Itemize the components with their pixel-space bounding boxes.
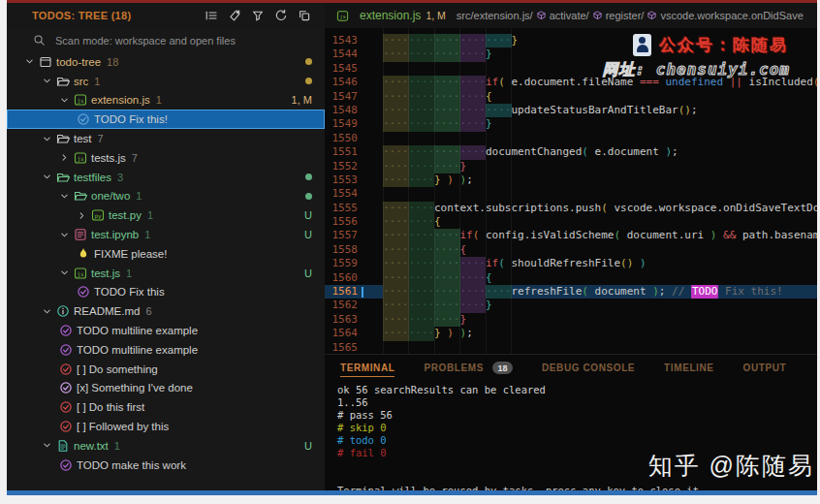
tree-item-test-py[interactable]: pytest.py1U xyxy=(7,205,325,225)
code-line[interactable]: 1552············} xyxy=(325,160,817,173)
chevron-down-icon[interactable] xyxy=(42,306,56,317)
code-line[interactable]: 1563············} xyxy=(325,313,817,327)
chevron-down-icon[interactable] xyxy=(42,76,56,86)
tree-item-followed-by-this[interactable]: [ ] Followed by this xyxy=(7,417,325,436)
filter-icon[interactable] xyxy=(251,9,265,22)
tree-item-todo-fix-this[interactable]: TODO Fix this! xyxy=(7,110,325,129)
tree-item-do-this-first[interactable]: [ ] Do this first xyxy=(7,397,325,417)
chevron-down-icon[interactable] xyxy=(59,230,74,240)
panel-tab-terminal[interactable]: TERMINAL xyxy=(340,362,394,377)
code-line[interactable]: 1547················{ xyxy=(325,90,817,104)
panel-tab-output[interactable]: OUTPUT xyxy=(743,362,787,373)
breadcrumb-segment[interactable]: src/extension.js/ xyxy=(457,10,533,21)
tree-item-fixme-please[interactable]: FIXME please! xyxy=(7,244,325,264)
line-number[interactable]: 1565 xyxy=(325,341,358,354)
chevron-down-icon[interactable] xyxy=(59,191,74,202)
chevron-right-icon[interactable] xyxy=(59,152,74,163)
chevron-down-icon[interactable] xyxy=(42,134,56,144)
refresh-icon[interactable] xyxy=(274,9,288,22)
line-number[interactable]: 1546 xyxy=(325,76,358,89)
tree-item-todo-make-this-work[interactable]: TODO make this work xyxy=(7,456,325,475)
tree-item-tests-js[interactable]: jstests.js7 xyxy=(7,148,325,168)
tree-item-todo-multiline-example[interactable]: TODO multiline example xyxy=(7,340,325,360)
code-line[interactable]: 1548····················updateStatusBarA… xyxy=(325,104,817,117)
line-number[interactable]: 1547 xyxy=(325,90,358,104)
code-line[interactable]: 1561····················refreshFile( doc… xyxy=(325,285,817,299)
line-number[interactable]: 1545 xyxy=(325,62,358,76)
indent-block: ···· xyxy=(409,104,435,117)
panel-tab-timeline[interactable]: TIMELINE xyxy=(664,362,713,373)
code-area[interactable]: 1543····················}1544···········… xyxy=(325,28,817,354)
tree-item-todo-fix-this[interactable]: TODO Fix this xyxy=(7,283,325,302)
chevron-down-icon[interactable] xyxy=(42,172,56,182)
line-number[interactable]: 1562 xyxy=(325,299,358,312)
tree-item-todo-multiline-example[interactable]: TODO multiline example xyxy=(7,321,325,340)
line-number[interactable]: 1564 xyxy=(325,327,358,340)
line-number[interactable]: 1550 xyxy=(325,132,358,145)
chevron-down-icon[interactable] xyxy=(59,268,74,278)
header-row: TODOS: TREE (18) js extension.js 1, M sr… xyxy=(7,3,817,28)
search-icon xyxy=(33,34,46,47)
code-line[interactable]: 1555········context.subscriptions.push( … xyxy=(325,202,817,215)
code-line[interactable]: 1564········} ) ); xyxy=(325,327,817,340)
line-number[interactable]: 1561 xyxy=(325,285,358,299)
code-line[interactable]: 1551················documentChanged( e.d… xyxy=(325,145,817,159)
line-number[interactable]: 1560 xyxy=(325,271,358,285)
code-line[interactable]: 1550 xyxy=(325,132,817,145)
tree-item-do-something[interactable]: [ ] Do something xyxy=(7,360,325,379)
code-line[interactable]: 1549················} xyxy=(325,117,817,131)
chevron-down-icon[interactable] xyxy=(59,95,74,106)
tree-item-testfiles[interactable]: testfiles3 xyxy=(7,168,325,187)
tree-item-test[interactable]: test7 xyxy=(7,129,325,148)
line-number[interactable]: 1548 xyxy=(325,104,358,117)
chevron-down-icon[interactable] xyxy=(24,56,39,67)
line-number[interactable]: 1557 xyxy=(325,229,358,242)
tab-filename[interactable]: extension.js xyxy=(360,9,421,22)
code-token: ) xyxy=(665,145,672,159)
tree-item-extension-js[interactable]: jsextension.js11, M xyxy=(7,91,325,110)
line-number[interactable]: 1549 xyxy=(325,117,358,131)
flat-list-icon[interactable] xyxy=(205,9,218,22)
panel-tab-problems[interactable]: PROBLEMS18 xyxy=(424,362,513,374)
tree-item-x-something-i-ve-done[interactable]: [x] Something I've done xyxy=(7,379,325,398)
line-number[interactable]: 1556 xyxy=(325,215,358,229)
line-number[interactable]: 1559 xyxy=(325,257,358,270)
line-number[interactable]: 1543 xyxy=(325,34,358,47)
tree-item-test-ipynb[interactable]: test.ipynb1U xyxy=(7,225,325,244)
code-line[interactable]: 1556········{ xyxy=(325,215,817,229)
breadcrumb-segment[interactable]: register/ xyxy=(592,10,645,21)
code-line[interactable]: 1562················} xyxy=(325,299,817,312)
svg-text:js: js xyxy=(77,269,84,277)
chevron-down-icon[interactable] xyxy=(42,440,56,451)
indent-block: ···· xyxy=(383,285,409,299)
code-line[interactable]: 1553········} ) ); xyxy=(325,173,817,187)
code-token: document xyxy=(595,285,653,299)
tree-item-new-txt[interactable]: new.txt1U xyxy=(7,436,325,456)
line-number[interactable]: 1553 xyxy=(325,173,358,187)
line-number[interactable]: 1558 xyxy=(325,243,358,257)
collapse-all-icon[interactable] xyxy=(298,9,311,22)
tree-item-readme-md[interactable]: README.md6 xyxy=(7,301,325,321)
line-number[interactable]: 1552 xyxy=(325,160,358,173)
code-line[interactable]: 1560················{ xyxy=(325,271,817,285)
line-number[interactable]: 1551 xyxy=(325,145,358,159)
tree-item-one-two[interactable]: one/two1 xyxy=(7,187,325,206)
tree-item-src[interactable]: src1 xyxy=(7,72,325,91)
search-input[interactable] xyxy=(53,34,315,47)
breadcrumb-segment[interactable]: activate/ xyxy=(536,10,589,21)
tree-item-todo-tree[interactable]: todo-tree18 xyxy=(7,52,325,72)
line-number[interactable]: 1554 xyxy=(325,187,358,201)
tree-item-test-js[interactable]: jstest.js1U xyxy=(7,264,325,283)
code-line[interactable]: 1559················if( shouldRefreshFil… xyxy=(325,257,817,270)
code-line[interactable]: 1558············{ xyxy=(325,243,817,257)
code-line[interactable]: 1554 xyxy=(325,187,817,201)
chevron-right-icon[interactable] xyxy=(77,210,91,221)
line-number[interactable]: 1555 xyxy=(325,202,358,215)
line-number[interactable]: 1544 xyxy=(325,47,358,61)
breadcrumb-segment[interactable]: vscode.workspace.onDidSave xyxy=(647,10,803,21)
tag-icon[interactable] xyxy=(228,9,241,22)
panel-tab-debug-console[interactable]: DEBUG CONSOLE xyxy=(542,362,635,373)
code-line[interactable]: 1565 xyxy=(325,341,817,354)
code-line[interactable]: 1557············if( config.isValidScheme… xyxy=(325,229,817,242)
line-number[interactable]: 1563 xyxy=(325,313,358,327)
